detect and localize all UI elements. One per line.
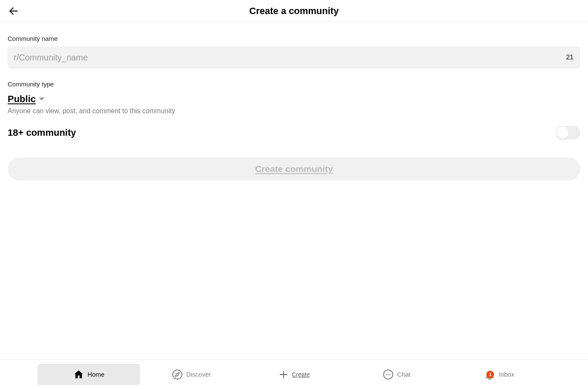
nav-home-label: Home xyxy=(88,371,105,378)
bottom-nav: Home Discover Create Chat 1 xyxy=(0,359,588,389)
plus-icon xyxy=(278,369,289,380)
chat-icon xyxy=(383,369,394,380)
community-type-value: Public xyxy=(8,94,36,105)
svg-marker-2 xyxy=(176,372,179,376)
compass-icon xyxy=(172,369,183,380)
nav-chat[interactable]: Chat xyxy=(345,364,448,385)
nav-discover-label: Discover xyxy=(186,371,211,378)
page-title: Create a community xyxy=(249,6,338,17)
header: Create a community xyxy=(0,0,588,22)
nav-create-label: Create xyxy=(292,371,310,378)
arrow-left-icon xyxy=(8,6,19,17)
nav-inbox[interactable]: 1 Inbox xyxy=(448,364,551,385)
svg-point-8 xyxy=(389,374,391,375)
nav-inbox-label: Inbox xyxy=(499,371,514,378)
inbox-badge: 1 xyxy=(486,371,494,378)
community-type-label: Community type xyxy=(8,80,580,88)
community-name-input-wrapper: 21 xyxy=(8,46,580,69)
community-type-description: Anyone can view, post, and comment to th… xyxy=(8,107,580,115)
home-icon xyxy=(73,369,84,380)
svg-point-1 xyxy=(173,370,182,379)
char-counter: 21 xyxy=(566,54,574,61)
svg-point-7 xyxy=(388,374,389,375)
inbox-icon-wrapper: 1 xyxy=(484,369,495,380)
nav-chat-label: Chat xyxy=(397,371,411,378)
toggle-thumb xyxy=(557,127,568,139)
community-name-input[interactable] xyxy=(8,46,580,69)
adult-toggle[interactable] xyxy=(556,126,580,140)
svg-point-6 xyxy=(386,374,387,375)
caret-down-icon xyxy=(38,97,45,101)
community-type-section: Community type Public Anyone can view, p… xyxy=(8,80,580,115)
adult-community-label: 18+ community xyxy=(8,127,76,138)
create-community-button[interactable]: Create community xyxy=(8,157,580,180)
back-button[interactable] xyxy=(6,3,21,19)
form-content: Community name 21 Community type Public … xyxy=(0,22,588,180)
nav-discover[interactable]: Discover xyxy=(140,364,242,385)
community-name-label: Community name xyxy=(8,35,580,42)
adult-community-row: 18+ community xyxy=(8,126,580,140)
community-type-selector[interactable]: Public xyxy=(8,94,45,105)
nav-home[interactable]: Home xyxy=(37,364,140,385)
nav-create[interactable]: Create xyxy=(243,364,345,385)
